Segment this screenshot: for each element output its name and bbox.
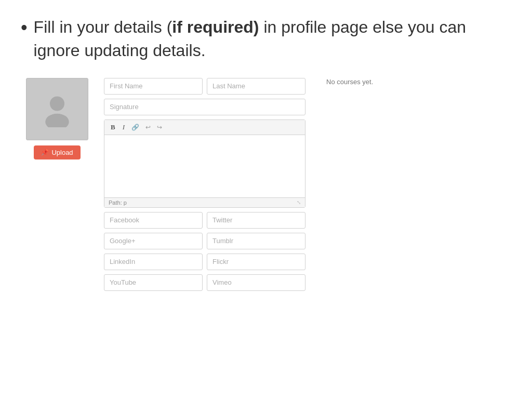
editor-body[interactable] <box>104 135 305 197</box>
instruction-section: • Fill in your details (if required) in … <box>21 16 511 62</box>
bullet-dot: • <box>21 16 28 40</box>
editor-footer: Path: p ⤡ <box>104 197 305 207</box>
link-button[interactable]: 🔗 <box>130 123 141 132</box>
youtube-input[interactable] <box>104 274 203 291</box>
flickr-input[interactable] <box>207 254 305 270</box>
instruction-text-before: Fill in your details ( <box>34 18 172 36</box>
editor-path: Path: p <box>109 200 127 206</box>
upload-button[interactable]: 📌 Upload <box>34 145 80 159</box>
facebook-input[interactable] <box>104 212 203 229</box>
social-fields-grid <box>104 212 305 291</box>
first-name-input[interactable] <box>104 78 203 95</box>
googleplus-input[interactable] <box>104 233 203 249</box>
signature-input[interactable] <box>104 99 305 115</box>
svg-point-0 <box>50 96 64 111</box>
avatar-icon <box>39 91 75 127</box>
form-section: B I 🔗 ↩ ↪ Path: p ⤡ <box>104 78 305 291</box>
no-courses-label: No courses yet. <box>326 78 373 291</box>
upload-label: Upload <box>51 149 73 156</box>
last-name-input[interactable] <box>207 78 305 95</box>
avatar-box <box>26 78 88 140</box>
tumblr-input[interactable] <box>207 233 305 249</box>
rich-text-editor: B I 🔗 ↩ ↪ Path: p ⤡ <box>104 119 305 208</box>
redo-button[interactable]: ↪ <box>155 123 164 132</box>
editor-toolbar: B I 🔗 ↩ ↪ <box>104 120 305 135</box>
svg-point-1 <box>45 113 69 127</box>
italic-button[interactable]: I <box>121 122 127 132</box>
instruction-text-bold: if required) <box>172 18 259 36</box>
avatar-section: 📌 Upload <box>26 78 88 291</box>
undo-button[interactable]: ↩ <box>144 123 152 132</box>
signature-row <box>104 99 305 115</box>
pin-icon: 📌 <box>41 149 49 156</box>
profile-form-container: 📌 Upload B I 🔗 ↩ ↪ Path: p ⤡ <box>26 78 511 291</box>
name-row <box>104 78 305 95</box>
vimeo-input[interactable] <box>207 274 305 291</box>
twitter-input[interactable] <box>207 212 305 229</box>
bold-button[interactable]: B <box>109 122 117 132</box>
linkedin-input[interactable] <box>104 254 203 270</box>
resize-handle: ⤡ <box>297 200 301 205</box>
